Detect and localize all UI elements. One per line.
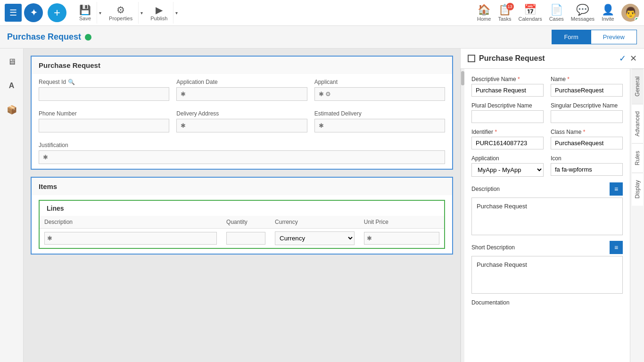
documentation-section-label: Documentation bbox=[471, 299, 623, 306]
nav-cases-link[interactable]: 📄 Cases bbox=[549, 4, 564, 22]
panel-scrollbar[interactable] bbox=[461, 69, 464, 362]
save-icon: 💾 bbox=[79, 4, 91, 16]
unit-price-column-header: Unit Price bbox=[359, 216, 444, 229]
vtab-display[interactable]: Display bbox=[632, 173, 643, 206]
currency-cell: Currency bbox=[270, 229, 359, 248]
cases-label: Cases bbox=[549, 16, 564, 22]
user-avatar[interactable]: 👨 bbox=[621, 4, 639, 22]
icon-input[interactable] bbox=[551, 163, 623, 176]
save-tool-group: 💾 Save ▾ bbox=[74, 2, 103, 24]
name-input[interactable] bbox=[551, 84, 623, 97]
justification-field: Justification bbox=[39, 142, 445, 164]
publish-label: Publish bbox=[150, 16, 167, 21]
descriptive-name-required: * bbox=[518, 76, 520, 82]
form-preview-tabs: Form Preview bbox=[552, 30, 637, 44]
panel-checkbox[interactable] bbox=[468, 55, 475, 62]
save-label: Save bbox=[79, 16, 91, 21]
applicant-input[interactable] bbox=[314, 87, 445, 101]
application-date-input[interactable] bbox=[176, 87, 307, 101]
add-new-button[interactable]: + bbox=[48, 3, 66, 22]
panel-row-1: Descriptive Name * Name * bbox=[471, 76, 623, 97]
properties-button[interactable]: ⚙ Properties bbox=[103, 2, 139, 24]
form-tab[interactable]: Form bbox=[552, 30, 590, 44]
name-label: Name * bbox=[551, 76, 623, 82]
nav-invite-link[interactable]: 👤 Invite bbox=[602, 4, 614, 22]
panel-scrollbar-thumb bbox=[461, 71, 464, 85]
vtab-rules[interactable]: Rules bbox=[632, 143, 643, 173]
identifier-field: Identifier * bbox=[471, 129, 544, 149]
plural-descriptive-name-input[interactable] bbox=[471, 110, 544, 123]
descriptive-name-input[interactable] bbox=[471, 84, 544, 97]
request-id-input[interactable] bbox=[39, 87, 169, 101]
panel-title: Purchase Request bbox=[479, 54, 615, 63]
singular-descriptive-name-field: Singular Descriptive Name bbox=[551, 102, 623, 123]
panel-confirm-button[interactable]: ✓ bbox=[619, 53, 626, 64]
page-title: Purchase Request bbox=[7, 32, 91, 42]
sidebar-widget-icon[interactable]: 📦 bbox=[3, 101, 20, 118]
application-date-label: Application Date bbox=[176, 79, 307, 85]
currency-select[interactable]: Currency bbox=[275, 231, 355, 245]
properties-dropdown-arrow[interactable]: ▾ bbox=[139, 8, 145, 18]
name-required: * bbox=[567, 76, 570, 82]
description-section-label: Description ≡ bbox=[471, 182, 623, 196]
form-canvas: Purchase Request Request Id 🔍 Applicatio… bbox=[24, 49, 460, 362]
nav-messages-link[interactable]: 💬 Messages bbox=[571, 4, 594, 22]
hamburger-menu-button[interactable]: ☰ bbox=[5, 4, 22, 22]
publish-tool-group: ▶ Publish ▾ bbox=[145, 2, 180, 24]
description-text-button[interactable]: ≡ bbox=[610, 182, 623, 196]
description-area[interactable]: Purchase Request bbox=[471, 197, 623, 235]
vtab-general[interactable]: General bbox=[632, 69, 643, 104]
items-section-header: Items bbox=[32, 178, 452, 195]
preview-tab[interactable]: Preview bbox=[591, 30, 637, 44]
application-field: Application MyApp - MyApp bbox=[471, 155, 544, 177]
form-row-1: Request Id 🔍 Application Date Applicant bbox=[32, 74, 452, 106]
justification-label: Justification bbox=[39, 142, 445, 148]
currency-column-header: Currency bbox=[270, 216, 359, 229]
description-input[interactable] bbox=[44, 232, 217, 245]
short-description-area[interactable]: Purchase Request bbox=[471, 256, 623, 294]
class-name-input[interactable] bbox=[551, 137, 623, 149]
properties-icon: ⚙ bbox=[116, 4, 125, 16]
panel-row-2: Plural Descriptive Name Singular Descrip… bbox=[471, 102, 623, 123]
applicant-field: Applicant bbox=[314, 79, 445, 101]
nav-home-link[interactable]: 🏠 Home bbox=[477, 4, 491, 22]
messages-label: Messages bbox=[571, 16, 594, 22]
short-description-text-button[interactable]: ≡ bbox=[610, 241, 623, 254]
identifier-label: Identifier * bbox=[471, 129, 544, 135]
application-select[interactable]: MyApp - MyApp bbox=[471, 163, 544, 177]
vtab-advanced[interactable]: Advanced bbox=[632, 104, 643, 143]
avatar-online-dot bbox=[635, 17, 639, 22]
panel-form: Descriptive Name * Name * bbox=[464, 69, 630, 362]
publish-dropdown-arrow[interactable]: ▾ bbox=[173, 8, 180, 18]
properties-tool-group: ⚙ Properties ▾ bbox=[103, 2, 145, 24]
estimated-delivery-input[interactable] bbox=[314, 119, 445, 132]
sidebar-screen-icon[interactable]: 🖥 bbox=[3, 53, 20, 70]
toolbar: 💾 Save ▾ ⚙ Properties ▾ ▶ Publish ▾ bbox=[74, 2, 180, 24]
unit-price-input[interactable] bbox=[364, 232, 439, 245]
short-description-section: Short Description ≡ Purchase Request bbox=[471, 241, 623, 294]
app-logo: ✦ bbox=[24, 3, 43, 22]
page-header: Purchase Request Form Preview bbox=[0, 26, 644, 49]
description-cell bbox=[40, 229, 222, 248]
publish-button[interactable]: ▶ Publish bbox=[145, 2, 173, 24]
tasks-badge: 13 bbox=[506, 3, 514, 10]
request-id-search-icon: 🔍 bbox=[68, 79, 75, 85]
messages-icon: 💬 bbox=[576, 4, 589, 16]
singular-descriptive-name-input[interactable] bbox=[551, 110, 623, 123]
form-row-2: Phone Number Delivery Address Estimated … bbox=[32, 106, 452, 137]
nav-tasks-link[interactable]: 📋 Tasks 13 bbox=[498, 4, 511, 22]
justification-input[interactable] bbox=[39, 150, 445, 164]
identifier-input[interactable] bbox=[471, 137, 544, 149]
plural-descriptive-name-label: Plural Descriptive Name bbox=[471, 102, 544, 109]
nav-calendars-link[interactable]: 📅 Calendars bbox=[519, 4, 542, 22]
identifier-required: * bbox=[495, 129, 497, 135]
delivery-address-field: Delivery Address bbox=[176, 110, 307, 132]
phone-number-input[interactable] bbox=[39, 119, 169, 132]
sidebar-text-icon[interactable]: A bbox=[3, 77, 20, 94]
save-dropdown-arrow[interactable]: ▾ bbox=[97, 8, 103, 18]
delivery-address-input[interactable] bbox=[176, 119, 307, 132]
save-button[interactable]: 💾 Save bbox=[74, 2, 97, 24]
panel-close-button[interactable]: ✕ bbox=[630, 53, 637, 64]
quantity-input[interactable] bbox=[226, 232, 265, 245]
tasks-label: Tasks bbox=[498, 16, 511, 22]
